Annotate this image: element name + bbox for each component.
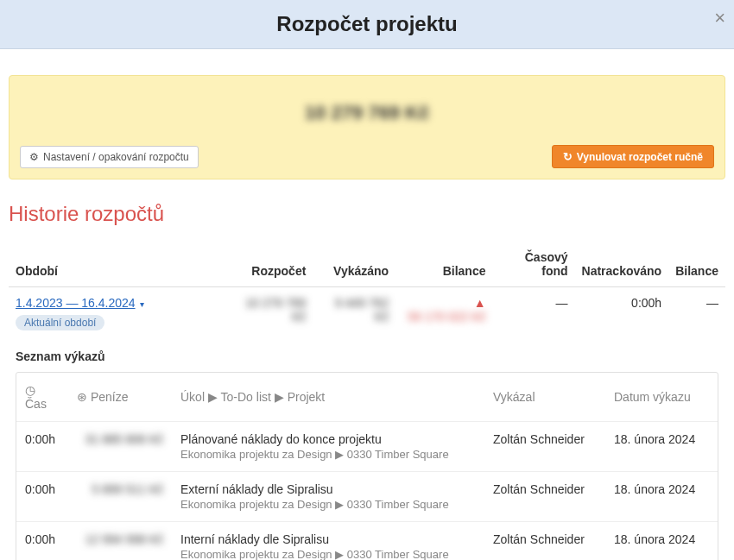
rec-col-by: Vykázal xyxy=(484,373,605,422)
records-header-row: ◷ Čas ⊛ Peníze Úkol ▶ To-Do list ▶ Proje… xyxy=(16,373,718,422)
reset-budget-button[interactable]: ↻ Vynulovat rozpočet ručně xyxy=(552,145,714,168)
caret-down-icon[interactable]: ▾ xyxy=(140,299,144,309)
cell-balance2: — xyxy=(668,287,725,340)
rec-time: 0:00h xyxy=(16,472,68,522)
rec-col-money: ⊛ Peníze xyxy=(68,373,172,422)
reload-icon: ↻ xyxy=(563,150,573,163)
rec-col-date: Datum výkazu xyxy=(605,373,718,422)
history-row: 1.4.2023 — 16.4.2024 ▾ Aktuální období 1… xyxy=(9,287,725,340)
rec-time: 0:00h xyxy=(16,422,68,472)
rec-task-title: Plánované náklady do konce projektu xyxy=(180,432,476,446)
content: 10 279 769 Kč ⚙ Nastavení / opakování ro… xyxy=(0,49,734,560)
rec-by: Zoltán Schneider xyxy=(484,472,605,522)
records-heading: Seznam výkazů xyxy=(9,339,725,372)
rec-task: Externí náklady dle Sipralisu Ekonomika … xyxy=(172,472,484,522)
rec-task-path: Ekonomika projektu za Design ▶ 0330 Timb… xyxy=(180,498,476,511)
col-time-fund: Časový fond xyxy=(492,242,574,287)
reset-label: Vynulovat rozpočet ručně xyxy=(577,151,703,163)
col-balance2: Bilance xyxy=(668,242,725,287)
col-period: Období xyxy=(9,242,225,287)
cell-reported: 9 449 762 Kč xyxy=(313,287,395,340)
history-table: Období Rozpočet Vykázáno Bilance Časový … xyxy=(9,242,725,339)
record-row: 0:00h 12 994 998 Kč Interní náklady dle … xyxy=(16,522,718,561)
up-triangle-icon: ▲ xyxy=(474,296,486,310)
gear-icon: ⚙ xyxy=(29,151,39,163)
budget-actions: ⚙ Nastavení / opakování rozpočtu ↻ Vynul… xyxy=(20,145,714,168)
record-row: 0:00h 5 899 511 Kč Externí náklady dle S… xyxy=(16,472,718,522)
col-budget: Rozpočet xyxy=(225,242,313,287)
period-link[interactable]: 1.4.2023 — 16.4.2024 xyxy=(16,296,136,310)
records-table: ◷ Čas ⊛ Peníze Úkol ▶ To-Do list ▶ Proje… xyxy=(16,373,718,560)
cell-time-fund: — xyxy=(492,287,574,340)
coin-icon: ⊛ xyxy=(77,390,87,404)
clock-icon: ◷ xyxy=(25,383,35,397)
rec-task: Interní náklady dle Sipralisu Ekonomika … xyxy=(172,522,484,561)
rec-money: 12 994 998 Kč xyxy=(68,522,172,561)
rec-money: 5 899 511 Kč xyxy=(68,472,172,522)
modal-header: Rozpočet projektu × xyxy=(0,0,734,49)
close-icon[interactable]: × xyxy=(714,9,725,28)
col-tracked: Natrackováno xyxy=(575,242,669,287)
cell-balance: ▲59 170 022 Kč xyxy=(395,287,492,340)
record-row: 0:00h 31 885 806 Kč Plánované náklady do… xyxy=(16,422,718,472)
modal-title: Rozpočet projektu xyxy=(17,12,717,36)
cell-tracked: 0:00h xyxy=(575,287,669,340)
rec-task-path: Ekonomika projektu za Design ▶ 0330 Timb… xyxy=(180,448,476,461)
rec-task-path: Ekonomika projektu za Design ▶ 0330 Timb… xyxy=(180,548,476,560)
rec-task: Plánované náklady do konce projektu Ekon… xyxy=(172,422,484,472)
rec-task-title: Externí náklady dle Sipralisu xyxy=(180,482,476,496)
rec-by: Zoltán Schneider xyxy=(484,422,605,472)
budget-amount: 10 279 769 Kč xyxy=(20,102,714,124)
rec-task-title: Interní náklady dle Sipralisu xyxy=(180,532,476,546)
rec-date: 18. února 2024 xyxy=(605,522,718,561)
rec-col-task: Úkol ▶ To-Do list ▶ Projekt xyxy=(172,373,484,422)
rec-by: Zoltán Schneider xyxy=(484,522,605,561)
rec-money: 31 885 806 Kč xyxy=(68,422,172,472)
col-reported: Vykázáno xyxy=(313,242,395,287)
current-period-badge: Aktuální období xyxy=(16,315,104,330)
settings-button[interactable]: ⚙ Nastavení / opakování rozpočtu xyxy=(20,146,199,168)
rec-date: 18. února 2024 xyxy=(605,422,718,472)
rec-time: 0:00h xyxy=(16,522,68,561)
records-box: ◷ Čas ⊛ Peníze Úkol ▶ To-Do list ▶ Proje… xyxy=(16,372,718,560)
cell-budget: 10 279 769 Kč xyxy=(225,287,313,340)
history-header-row: Období Rozpočet Vykázáno Bilance Časový … xyxy=(9,242,725,287)
history-title: Historie rozpočtů xyxy=(9,202,725,226)
rec-date: 18. února 2024 xyxy=(605,472,718,522)
settings-label: Nastavení / opakování rozpočtu xyxy=(43,151,189,163)
rec-col-time: ◷ Čas xyxy=(16,373,68,422)
col-balance: Bilance xyxy=(395,242,492,287)
budget-panel: 10 279 769 Kč ⚙ Nastavení / opakování ro… xyxy=(9,75,725,179)
